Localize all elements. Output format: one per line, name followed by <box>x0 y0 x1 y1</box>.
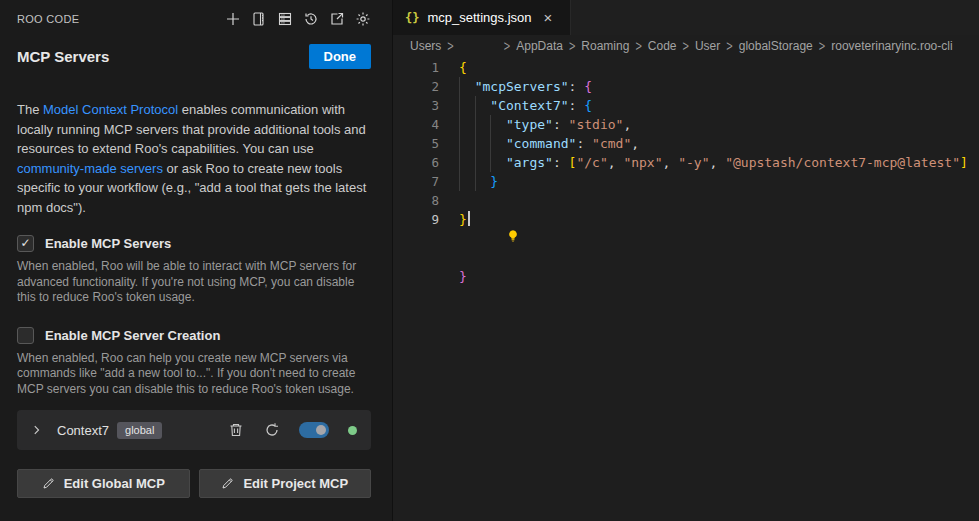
mcp-server-icon[interactable] <box>276 11 293 28</box>
editor-group: {} mcp_settings.json × Users>>AppData>Ro… <box>392 0 979 521</box>
line-number: 8 <box>393 191 439 210</box>
editor-tab-bar: {} mcp_settings.json × <box>393 0 979 35</box>
close-icon[interactable]: × <box>544 10 553 25</box>
chevron-right-icon: > <box>504 39 510 54</box>
breadcrumb-item[interactable]: Users <box>410 39 441 53</box>
edit-global-mcp-button[interactable]: Edit Global MCP <box>17 469 190 498</box>
trash-icon[interactable] <box>227 422 244 439</box>
line-number: 4 <box>393 115 439 134</box>
chevron-right-icon: > <box>726 39 732 54</box>
code-line: 2 "mcpServers": { <box>393 77 979 96</box>
enable-mcp-servers-description: When enabled, Roo will be able to intera… <box>17 259 369 306</box>
line-number: 3 <box>393 96 439 115</box>
roo-code-panel: ROO CODE <box>0 0 392 521</box>
chevron-right-icon[interactable] <box>31 425 42 436</box>
indent-guide <box>459 153 460 172</box>
indent-guide <box>459 115 460 134</box>
breadcrumb-item[interactable]: Code <box>648 39 677 53</box>
title-row: MCP Servers Done <box>17 44 371 69</box>
lightbulb-icon[interactable] <box>475 210 491 267</box>
history-icon[interactable] <box>302 11 319 28</box>
roo-code-mcp-screen: ROO CODE <box>0 0 979 521</box>
enable-mcp-server-creation-checkbox[interactable] <box>17 327 34 344</box>
pencil-icon <box>42 477 55 490</box>
code-editor[interactable]: 1{2 "mcpServers": {3 "Context7": {4 "typ… <box>393 57 979 229</box>
code-line: 6 "args": ["/c", "npx", "-y", "@upstash/… <box>393 153 979 172</box>
text-cursor <box>468 211 470 226</box>
notebook-icon[interactable] <box>250 11 267 28</box>
enable-mcp-server-creation-label: Enable MCP Server Creation <box>45 328 220 343</box>
code-line: 1{ <box>393 58 979 77</box>
indent-guide <box>459 77 460 96</box>
enable-mcp-servers-checkbox[interactable]: ✓ <box>17 235 34 252</box>
indent-guide <box>490 115 491 134</box>
code-lines: 1{2 "mcpServers": {3 "Context7": {4 "typ… <box>393 58 979 229</box>
indent-guide <box>490 134 491 153</box>
breadcrumb-item[interactable]: rooveterinaryinc.roo-cli <box>831 39 952 53</box>
pencil-icon <box>221 477 234 490</box>
server-name: Context7 <box>57 423 109 438</box>
enable-mcp-servers-setting: ✓ Enable MCP Servers When enabled, Roo w… <box>17 235 371 306</box>
breadcrumb-item[interactable]: User <box>695 39 720 53</box>
line-number: 5 <box>393 134 439 153</box>
line-number: 6 <box>393 153 439 172</box>
open-external-icon[interactable] <box>328 11 345 28</box>
chevron-right-icon: > <box>569 39 575 54</box>
server-scope-badge: global <box>117 422 162 439</box>
enable-mcp-servers-label: Enable MCP Servers <box>45 236 171 251</box>
breadcrumb-item[interactable]: Roaming <box>581 39 629 53</box>
chevron-right-icon: > <box>447 39 453 54</box>
intro-paragraph: The Model Context Protocol enables commu… <box>17 100 371 217</box>
page-title: MCP Servers <box>17 48 109 65</box>
line-number: 2 <box>393 77 439 96</box>
plus-icon[interactable] <box>224 11 241 28</box>
model-context-protocol-link[interactable]: Model Context Protocol <box>43 102 178 117</box>
chevron-right-icon: > <box>819 39 825 54</box>
line-number: 7 <box>393 172 439 191</box>
edit-project-mcp-button[interactable]: Edit Project MCP <box>199 469 372 498</box>
indent-guide <box>490 153 491 172</box>
breadcrumb: Users>>AppData>Roaming>Code>User>globalS… <box>393 35 979 57</box>
indent-guide <box>475 96 476 115</box>
code-line: 4 "type": "stdio", <box>393 115 979 134</box>
tab-mcp-settings-json[interactable]: {} mcp_settings.json × <box>393 0 571 35</box>
breadcrumb-item[interactable]: globalStorage <box>739 39 813 53</box>
indent-guide <box>459 172 460 191</box>
intro-text-1: The <box>17 102 43 117</box>
refresh-icon[interactable] <box>263 422 280 439</box>
footer-buttons: Edit Global MCP Edit Project MCP <box>17 469 371 498</box>
chevron-right-icon: > <box>683 39 689 54</box>
indent-guide <box>475 172 476 191</box>
mcp-server-row-context7: Context7 global <box>17 410 371 450</box>
breadcrumb-item[interactable]: AppData <box>516 39 563 53</box>
code-line: 8 } <box>393 191 979 210</box>
tab-filename: mcp_settings.json <box>427 10 531 25</box>
panel-toolbar <box>224 11 371 28</box>
enable-mcp-server-creation-description: When enabled, Roo can help you create ne… <box>17 351 369 398</box>
done-button[interactable]: Done <box>309 44 372 69</box>
toggle-knob <box>316 425 326 435</box>
chevron-right-icon: > <box>635 39 641 54</box>
enable-mcp-server-creation-setting: Enable MCP Server Creation When enabled,… <box>17 327 371 398</box>
line-number: 1 <box>393 58 439 77</box>
gear-icon[interactable] <box>354 11 371 28</box>
indent-guide <box>475 115 476 134</box>
panel-header: ROO CODE <box>17 9 371 29</box>
community-made-servers-link[interactable]: community-made servers <box>17 161 163 176</box>
indent-guide <box>475 134 476 153</box>
edit-global-mcp-label: Edit Global MCP <box>64 476 165 491</box>
code-line: 3 "Context7": { <box>393 96 979 115</box>
line-number: 9 <box>393 210 439 229</box>
indent-guide <box>475 153 476 172</box>
indent-guide <box>459 96 460 115</box>
server-enabled-toggle[interactable] <box>299 422 329 438</box>
json-file-icon: {} <box>405 11 419 25</box>
edit-project-mcp-label: Edit Project MCP <box>243 476 348 491</box>
code-line: 7 } <box>393 172 979 191</box>
panel-title: ROO CODE <box>17 13 79 25</box>
indent-guide <box>459 134 460 153</box>
code-line: 5 "command": "cmd", <box>393 134 979 153</box>
server-status-dot <box>348 426 357 435</box>
